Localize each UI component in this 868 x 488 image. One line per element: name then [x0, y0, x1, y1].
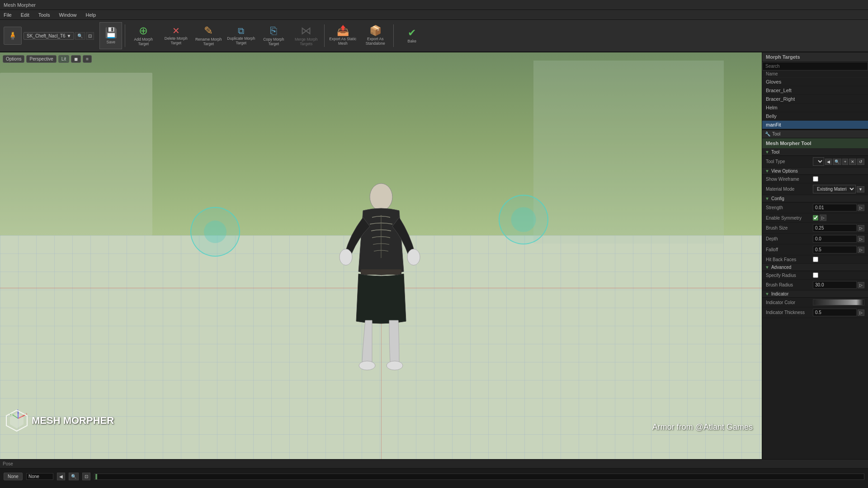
- hit-back-faces-checkbox[interactable]: [813, 257, 818, 262]
- tool-type-btn-3[interactable]: +: [842, 159, 848, 165]
- export-standalone-label: Export As Standalone: [361, 37, 390, 46]
- search-actor-btn[interactable]: 🔍: [75, 32, 85, 40]
- menubar: File Edit Tools Window Help: [0, 10, 868, 20]
- merge-morph-targets-button[interactable]: ⋈ Merge MorphTargets: [291, 21, 321, 50]
- delete-morph-target-button[interactable]: ✕ Delete MorphTarget: [160, 21, 191, 50]
- bake-button[interactable]: ✔ Bake: [396, 21, 427, 50]
- timeline-none-btn[interactable]: None: [4, 473, 23, 480]
- viewport-extra-btn-2[interactable]: ≡: [83, 55, 92, 63]
- timeline-prev-btn[interactable]: ◀: [57, 473, 65, 480]
- toolbar: 🧍 SK_Cheft_Nacl_T6 ▼ 🔍 ⊡ 💾 Save ⊕ Add Mo…: [0, 20, 868, 52]
- symmetry-options-btn[interactable]: ▷: [820, 215, 826, 221]
- falloff-controls: ▷: [813, 246, 864, 253]
- show-wireframe-checkbox[interactable]: [813, 176, 818, 182]
- viewport-perspective-btn[interactable]: Perspective: [26, 55, 56, 63]
- timeline-browse-btn[interactable]: ⊡: [82, 473, 90, 480]
- tool-type-btn-4[interactable]: ✕: [849, 159, 856, 165]
- viewport[interactable]: Options Perspective Lit ◼ ≡ X Y Z: [0, 52, 762, 459]
- brush-radius-expand-btn[interactable]: ▷: [858, 282, 864, 288]
- brush-radius-controls: ▷: [813, 281, 864, 289]
- delete-morph-target-icon: ✕: [172, 26, 180, 35]
- export-static-mesh-icon: 📤: [337, 26, 349, 36]
- show-wireframe-label: Show Wireframe: [766, 177, 811, 182]
- specify-radius-label: Specify Radius: [766, 273, 811, 278]
- morph-target-item-bracer-right[interactable]: Bracer_Right: [762, 95, 868, 103]
- add-morph-target-label: Add MorphTarget: [134, 37, 153, 46]
- tool-header-bar: 🔧 Tool: [762, 130, 868, 138]
- tool-type-row: Tool Type Move ◀ 🔍 + ✕ ↺: [762, 156, 868, 168]
- viewport-extra-btn-1[interactable]: ◼: [71, 55, 81, 63]
- svg-rect-4: [361, 269, 401, 275]
- browse-actor-btn[interactable]: ⊡: [86, 32, 94, 40]
- tool-type-btn-2[interactable]: 🔍: [833, 159, 841, 165]
- morph-targets-search[interactable]: [762, 62, 868, 70]
- export-as-static-mesh-button[interactable]: 📤 Export As Static Mesh: [327, 21, 358, 50]
- brush-size-expand-btn[interactable]: ▷: [858, 225, 864, 231]
- timeline-scrubber[interactable]: [94, 474, 864, 480]
- title-text: Mesh Morpher: [4, 2, 36, 8]
- export-static-mesh-label: Export As Static Mesh: [328, 37, 357, 46]
- svg-point-5: [359, 361, 375, 370]
- advanced-label: Advanced: [771, 265, 791, 270]
- character: [267, 134, 495, 418]
- menu-tools[interactable]: Tools: [37, 11, 52, 19]
- timeline-value-input[interactable]: [26, 473, 53, 480]
- actor-selector[interactable]: SK_Cheft_Nacl_T6 ▼: [24, 32, 74, 40]
- svg-point-6: [387, 361, 403, 370]
- depth-expand-btn[interactable]: ▷: [858, 236, 864, 242]
- merge-morph-targets-icon: ⋈: [301, 25, 311, 36]
- tool-section: 🔧 Tool Mesh Morpher Tool ▼ Tool Tool Typ…: [762, 129, 868, 318]
- morph-target-item-belly[interactable]: Belly: [762, 112, 868, 121]
- menu-window[interactable]: Window: [57, 11, 78, 19]
- morph-target-item-gloves[interactable]: Gloves: [762, 78, 868, 86]
- brush-size-input[interactable]: [813, 224, 857, 232]
- indicator-thickness-expand-btn[interactable]: ▷: [858, 310, 864, 316]
- falloff-expand-btn[interactable]: ▷: [858, 247, 864, 253]
- tool-type-btn-5[interactable]: ↺: [857, 159, 864, 165]
- falloff-input[interactable]: [813, 246, 857, 253]
- viewport-lit-btn[interactable]: Lit: [58, 55, 70, 63]
- timeline-search-btn[interactable]: 🔍: [69, 473, 79, 480]
- export-as-standalone-button[interactable]: 📦 Export As Standalone: [360, 21, 391, 50]
- depth-input[interactable]: [813, 235, 857, 243]
- material-mode-btn[interactable]: ▼: [857, 186, 864, 192]
- rename-morph-target-label: Rename MorphTarget: [195, 37, 222, 46]
- duplicate-morph-target-button[interactable]: ⧉ Duplicate MorphTarget: [226, 21, 256, 50]
- menu-help[interactable]: Help: [84, 11, 98, 19]
- strength-expand-btn[interactable]: ▷: [858, 205, 864, 211]
- tool-type-dropdown[interactable]: Move: [813, 157, 824, 166]
- actor-icon: 🧍: [4, 27, 22, 45]
- enable-symmetry-label: Enable Symmetry: [766, 216, 811, 221]
- strength-input[interactable]: [813, 204, 857, 211]
- indicator-thickness-input[interactable]: [813, 309, 857, 316]
- rename-morph-target-button[interactable]: ✎ Rename MorphTarget: [193, 21, 224, 50]
- show-wireframe-row: Show Wireframe: [762, 175, 868, 183]
- indicator-color-label: Indicator Color: [766, 300, 811, 305]
- brush-radius-input[interactable]: [813, 281, 857, 289]
- tool-type-btn-1[interactable]: ◀: [825, 159, 832, 165]
- brush-size-row: Brush Size ▷: [762, 223, 868, 234]
- indicator-label: Indicator: [771, 291, 788, 296]
- viewport-options: Options Perspective Lit ◼ ≡: [3, 55, 92, 63]
- add-morph-target-button[interactable]: ⊕ Add MorphTarget: [128, 21, 159, 50]
- indicator-color-picker[interactable]: [813, 299, 864, 305]
- view-options-icon: ▼: [765, 169, 769, 174]
- specify-radius-checkbox[interactable]: [813, 272, 818, 278]
- enable-symmetry-checkbox[interactable]: [813, 215, 818, 221]
- logo-icon-container: [5, 409, 28, 432]
- tool-header-label: Tool: [772, 131, 780, 136]
- morph-target-item-helm[interactable]: Helm: [762, 103, 868, 112]
- material-mode-dropdown[interactable]: Existing Material: [813, 185, 856, 193]
- tool-header-icon: 🔧: [765, 131, 770, 136]
- viewport-options-btn[interactable]: Options: [3, 55, 24, 63]
- menu-file[interactable]: File: [2, 11, 14, 19]
- morph-target-item-manfit[interactable]: manFit: [762, 121, 868, 129]
- copy-morph-target-button[interactable]: ⎘ Copy MorphTarget: [258, 21, 289, 50]
- material-mode-label: Material Mode: [766, 187, 811, 192]
- morph-target-item-bracer-left[interactable]: Bracer_Left: [762, 86, 868, 95]
- env-building-left: [0, 73, 152, 235]
- viewport-attribution: Armor from @Atlant Games: [652, 422, 753, 432]
- save-button[interactable]: 💾 Save: [99, 22, 122, 49]
- menu-edit[interactable]: Edit: [19, 11, 31, 19]
- save-icon: 💾: [105, 27, 117, 39]
